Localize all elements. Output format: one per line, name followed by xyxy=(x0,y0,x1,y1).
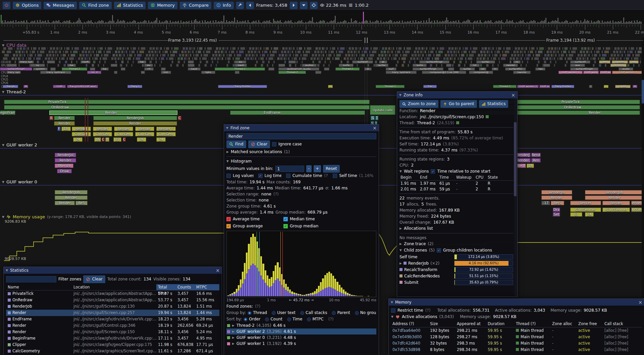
timeline-zone[interactable]: 22 xyxy=(113,137,121,142)
cpu-usage-segment[interactable] xyxy=(465,60,467,63)
minimap-frame-bar[interactable] xyxy=(40,20,41,24)
cpu-usage-segment[interactable] xyxy=(271,47,272,50)
cpu-usage-segment[interactable] xyxy=(156,54,158,57)
child-zone-row[interactable]: Self time172.14 µs (3.83%) xyxy=(399,254,513,260)
cpu-usage-segment[interactable] xyxy=(185,54,187,57)
cpu-usage-segment[interactable] xyxy=(48,57,50,60)
cpu-usage-segment[interactable] xyxy=(438,50,443,53)
cpu-usage-segment[interactable] xyxy=(139,50,144,53)
cpu-usage-segment[interactable] xyxy=(180,57,183,60)
minimap-frame-bar[interactable] xyxy=(474,21,475,24)
minimap-frame-bar[interactable] xyxy=(117,19,118,24)
minimap-frame-bar[interactable] xyxy=(214,23,215,24)
cpu-usage-segment[interactable] xyxy=(433,54,435,57)
timeline-zone[interactable]: PrivateTick xyxy=(4,100,370,104)
timeline-zone[interactable]: C( xyxy=(570,212,582,217)
stats-row-total-time[interactable]: 17.11 s xyxy=(156,335,176,342)
timeline-zone[interactable]: Render xyxy=(55,158,76,163)
minimap-frame-bar[interactable] xyxy=(413,20,414,24)
cpu-usage-segment[interactable] xyxy=(414,50,416,53)
minimap-frame-bar[interactable] xyxy=(265,21,266,24)
cpu-usage-segment[interactable] xyxy=(315,54,317,57)
stats-row-location[interactable]: jni/../jni/src/claw/gfx/drv/vk/DriverVk.… xyxy=(72,316,156,322)
cpu-usage-segment[interactable] xyxy=(177,60,180,63)
cpu-zone[interactable]: kwot xyxy=(188,68,201,71)
cpu-usage-segment[interactable] xyxy=(132,60,134,63)
close-icon[interactable]: × xyxy=(373,126,377,130)
minimap-frame-bar[interactable] xyxy=(262,22,263,24)
cpu-usage-segment[interactable] xyxy=(557,57,558,60)
minimap-frame-bar[interactable] xyxy=(235,23,236,24)
cpu-usage-segment[interactable] xyxy=(421,47,424,50)
minimap-frame-bar[interactable] xyxy=(261,23,262,24)
cpu-usage-segment[interactable] xyxy=(522,54,524,57)
minimap-frame-bar[interactable] xyxy=(5,20,6,24)
minimap-frame-bar[interactable] xyxy=(171,23,172,24)
cpu-usage-segment[interactable] xyxy=(146,54,148,57)
clear-button[interactable]: Clear xyxy=(248,140,270,148)
cpu-usage-segment[interactable] xyxy=(401,64,404,67)
cpu-usage-segment[interactable] xyxy=(627,54,631,57)
minimap-frame-bar[interactable] xyxy=(269,20,270,24)
cpu-usage-segment[interactable] xyxy=(411,50,412,53)
minimap-frame-bar[interactable] xyxy=(319,21,320,24)
cpu-usage-segment[interactable] xyxy=(44,54,44,57)
cpu-zone[interactable] xyxy=(188,64,195,67)
minimap-frame-bar[interactable] xyxy=(139,23,140,24)
cpu-usage-segment[interactable] xyxy=(254,50,256,53)
cpu-usage-segment[interactable] xyxy=(10,54,11,57)
cpu-usage-segment[interactable] xyxy=(291,57,293,60)
cpu-usage-segment[interactable] xyxy=(155,57,157,60)
cpu-usage-segment[interactable] xyxy=(640,57,641,60)
minimap-frame-bar[interactable] xyxy=(242,21,243,24)
minimap-frame-bar[interactable] xyxy=(492,22,493,24)
minimap-frame-bar[interactable] xyxy=(387,22,388,24)
minimap-frame-bar[interactable] xyxy=(203,23,204,24)
cpu-usage-segment[interactable] xyxy=(530,50,533,53)
cpu-usage-segment[interactable] xyxy=(494,50,496,53)
minimap-frame-bar[interactable] xyxy=(88,20,89,24)
minimap-frame-bar[interactable] xyxy=(496,21,497,24)
cpu-usage-segment[interactable] xyxy=(239,50,244,53)
minimap-frame-bar[interactable] xyxy=(268,21,269,24)
minimap-frame-bar[interactable] xyxy=(493,23,494,24)
minimap-frame-bar[interactable] xyxy=(46,23,47,24)
collapse-icon[interactable]: ▼ xyxy=(2,180,4,184)
cpu-usage-segment[interactable] xyxy=(15,50,18,53)
cpu-usage-segment[interactable] xyxy=(303,54,308,57)
cpu-usage-segment[interactable] xyxy=(151,57,153,60)
cpu-usage-segment[interactable] xyxy=(342,54,343,57)
minimap-frame-bar[interactable] xyxy=(180,20,181,24)
minimap-frame-bar[interactable] xyxy=(396,21,397,24)
cpu-usage-segment[interactable] xyxy=(32,50,35,53)
cpu-usage-segment[interactable] xyxy=(77,54,77,57)
minimap-frame-bar[interactable] xyxy=(105,22,106,24)
message-marker[interactable] xyxy=(88,98,88,142)
found-group-row[interactable]: ▶GUIF worker 2(3,296)4.61 s xyxy=(226,328,376,335)
minimap-frame-bar[interactable] xyxy=(505,22,506,24)
cpu-zone[interactable] xyxy=(543,64,550,67)
stats-row-total-time[interactable]: 19.94 s xyxy=(156,310,176,316)
minimap-frame-bar[interactable] xyxy=(45,20,46,24)
cpu-zone[interactable] xyxy=(315,71,321,74)
cpu-usage-segment[interactable] xyxy=(288,47,291,50)
cpu-usage-segment[interactable] xyxy=(323,50,324,53)
minimap-frame-bar[interactable] xyxy=(555,20,556,24)
minimap-frame-bar[interactable] xyxy=(221,21,222,24)
cpu-usage-segment[interactable] xyxy=(615,57,618,60)
cpu-usage-segment[interactable] xyxy=(453,54,454,57)
stats-row-total-time[interactable]: 11.98 s xyxy=(156,342,176,348)
minimap-frame-bar[interactable] xyxy=(429,18,430,24)
timeline-zone[interactable]: RenderJol xyxy=(55,153,76,157)
cpu-usage-segment[interactable] xyxy=(498,57,500,60)
cpu-usage-segment[interactable] xyxy=(565,57,566,60)
cpu-usage-segment[interactable] xyxy=(540,57,541,60)
cpu-usage-segment[interactable] xyxy=(144,57,147,60)
cpu-usage-segment[interactable] xyxy=(182,47,185,50)
cpu-usage-segment[interactable] xyxy=(378,54,381,57)
cpu-usage-segment[interactable] xyxy=(515,47,517,50)
cpu-usage-segment[interactable] xyxy=(599,64,601,67)
cpu-zone[interactable]: kw xyxy=(629,60,639,63)
minimap-frame-bar[interactable] xyxy=(32,21,33,24)
cpu-zone[interactable]: GUIF worker 2 xyxy=(612,71,644,74)
